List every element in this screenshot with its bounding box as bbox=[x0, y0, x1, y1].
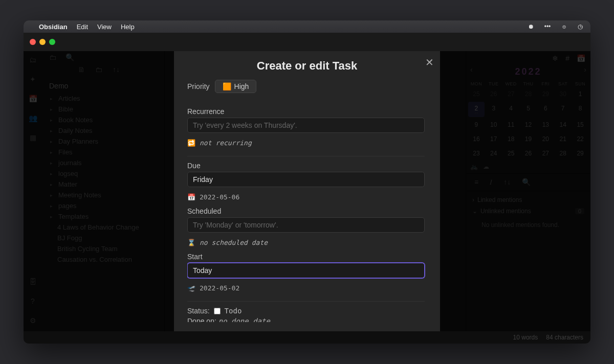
done-value: no done date bbox=[218, 317, 270, 322]
scheduled-label: Scheduled bbox=[187, 207, 425, 215]
task-modal: ✕ Create or edit Task Priority 🟧 High Re… bbox=[174, 51, 440, 331]
menubar-help[interactable]: Help bbox=[121, 23, 135, 31]
modal-overlay[interactable]: ✕ Create or edit Task Priority 🟧 High Re… bbox=[24, 51, 590, 331]
start-input[interactable] bbox=[187, 263, 425, 278]
recurrence-hint-icon: 🔁 bbox=[187, 139, 195, 147]
status-label: Status: bbox=[187, 307, 210, 315]
scheduled-hint: no scheduled date bbox=[200, 239, 268, 246]
control-center-icon[interactable]: ⌾ bbox=[560, 24, 568, 30]
more-icon[interactable]: ••• bbox=[543, 24, 552, 30]
menubar-app-name[interactable]: Obsidian bbox=[39, 23, 68, 31]
status-value: Todo bbox=[225, 307, 242, 315]
due-input[interactable] bbox=[187, 172, 425, 187]
recurrence-input[interactable] bbox=[187, 118, 425, 133]
done-label: Done on: bbox=[187, 317, 216, 322]
status-checkbox[interactable] bbox=[214, 308, 221, 314]
recurrence-label: Recurrence bbox=[187, 107, 425, 116]
due-label: Due bbox=[187, 162, 425, 170]
priority-value: High bbox=[234, 82, 249, 90]
start-hint-icon: 🛫 bbox=[187, 284, 195, 292]
window-minimize-icon[interactable] bbox=[39, 39, 46, 45]
status-words: 10 words bbox=[513, 334, 538, 341]
modal-title: Create or edit Task bbox=[187, 57, 427, 80]
clock-icon[interactable]: ◷ bbox=[576, 24, 584, 30]
status-chars: 84 characters bbox=[546, 334, 583, 341]
priority-flag-icon: 🟧 bbox=[223, 82, 231, 90]
recurrence-hint: not recurring bbox=[200, 139, 252, 147]
status-bar: 10 words 84 characters bbox=[24, 331, 590, 344]
priority-label: Priority bbox=[187, 82, 210, 90]
priority-select[interactable]: 🟧 High bbox=[215, 80, 257, 93]
macos-menubar: Obsidian Edit View Help ⏺ ••• ⌾ ◷ bbox=[24, 20, 590, 33]
window-titlebar bbox=[24, 33, 590, 51]
window-zoom-icon[interactable] bbox=[49, 39, 55, 45]
start-label: Start bbox=[187, 253, 425, 261]
due-hint-icon: 📅 bbox=[187, 193, 195, 201]
window-close-icon[interactable] bbox=[30, 39, 36, 45]
scheduled-hint-icon: ⌛ bbox=[187, 239, 195, 246]
menubar-view[interactable]: View bbox=[97, 23, 112, 31]
menubar-edit[interactable]: Edit bbox=[77, 23, 88, 31]
screen-record-icon[interactable]: ⏺ bbox=[527, 24, 535, 30]
scheduled-input[interactable] bbox=[187, 217, 425, 233]
start-hint: 2022-05-02 bbox=[200, 284, 239, 292]
due-hint: 2022-05-06 bbox=[200, 193, 239, 201]
modal-close-button[interactable]: ✕ bbox=[425, 56, 434, 69]
